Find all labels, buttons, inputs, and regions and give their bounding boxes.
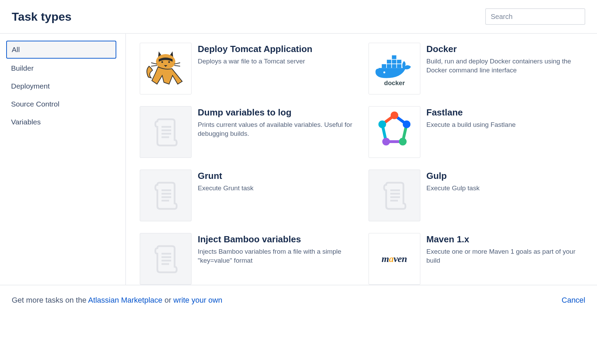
task-description: Build, run and deploy Docker containers … <box>427 57 584 75</box>
svg-rect-12 <box>392 60 396 63</box>
sidebar-item-builder[interactable]: Builder <box>6 60 116 77</box>
svg-line-6 <box>174 65 180 66</box>
task-description: Execute Grunt task <box>198 184 355 193</box>
task-title: Grunt <box>198 170 355 182</box>
maven-icon: maven <box>369 233 420 285</box>
task-card[interactable]: maven Maven 1.xExecute one or more Maven… <box>369 233 584 285</box>
task-card[interactable]: Dump variables to logPrints current valu… <box>140 106 355 158</box>
task-card[interactable]: Deploy Tomcat ApplicationDeploys a war f… <box>140 43 355 94</box>
task-card[interactable]: GulpExecute Gulp task <box>369 170 584 221</box>
task-title: Deploy Tomcat Application <box>198 43 355 55</box>
sidebar-item-label: All <box>12 46 20 53</box>
task-card[interactable]: FastlaneExecute a build using Fastlane <box>369 106 584 158</box>
write-your-own-link[interactable]: write your own <box>173 296 222 304</box>
task-card[interactable]: Inject Bamboo variablesInjects Bamboo va… <box>140 233 355 285</box>
header: Task types <box>0 0 597 33</box>
task-title: Dump variables to log <box>198 107 355 118</box>
task-description: Deploys a war file to a Tomcat server <box>198 57 355 66</box>
placeholder-icon <box>140 170 192 221</box>
sidebar: All Builder Deployment Source Control Va… <box>0 34 126 285</box>
task-title: Inject Bamboo variables <box>198 234 355 245</box>
task-card[interactable]: GruntExecute Grunt task <box>140 170 355 221</box>
sidebar-item-label: Variables <box>11 118 41 126</box>
task-list: Deploy Tomcat ApplicationDeploys a war f… <box>126 34 597 285</box>
svg-line-4 <box>151 65 157 66</box>
page-title: Task types <box>12 10 71 23</box>
svg-point-15 <box>383 71 385 73</box>
docker-icon: docker <box>369 43 420 94</box>
svg-point-23 <box>399 138 407 145</box>
task-description: Injects Bamboo variables from a file wit… <box>198 247 355 265</box>
sidebar-item-source-control[interactable]: Source Control <box>6 96 116 112</box>
svg-rect-10 <box>397 64 401 68</box>
svg-rect-7 <box>382 64 386 68</box>
svg-rect-14 <box>392 55 396 59</box>
task-description: Execute Gulp task <box>427 184 584 193</box>
task-description: Execute a build using Fastlane <box>427 120 584 130</box>
footer-text: Get more tasks on the Atlassian Marketpl… <box>12 296 222 305</box>
marketplace-link[interactable]: Atlassian Marketplace <box>88 296 162 304</box>
svg-rect-11 <box>387 60 391 63</box>
svg-rect-13 <box>397 60 401 63</box>
task-description: Prints current values of available varia… <box>198 120 355 139</box>
placeholder-icon <box>140 106 192 158</box>
svg-rect-8 <box>387 64 391 68</box>
sidebar-item-deployment[interactable]: Deployment <box>6 78 116 94</box>
svg-point-25 <box>378 121 386 128</box>
svg-point-1 <box>162 61 163 63</box>
placeholder-icon <box>369 170 420 221</box>
svg-point-2 <box>168 61 170 63</box>
task-title: Maven 1.x <box>427 234 584 245</box>
svg-point-24 <box>382 138 390 145</box>
svg-point-21 <box>390 112 398 119</box>
fastlane-icon <box>369 106 420 158</box>
svg-text:docker: docker <box>384 79 404 87</box>
search-input[interactable] <box>485 8 585 25</box>
sidebar-item-variables[interactable]: Variables <box>6 114 116 130</box>
svg-point-22 <box>403 121 410 128</box>
sidebar-item-all[interactable]: All <box>6 41 116 59</box>
task-card[interactable]: docker DockerBuild, run and deploy Docke… <box>369 43 584 94</box>
task-description: Execute one or more Maven 1 goals as par… <box>427 247 584 265</box>
tomcat-icon <box>140 43 192 94</box>
task-title: Gulp <box>427 170 584 182</box>
placeholder-icon <box>140 233 192 285</box>
svg-rect-9 <box>392 64 396 68</box>
sidebar-item-label: Deployment <box>11 82 50 90</box>
sidebar-item-label: Builder <box>11 64 33 72</box>
sidebar-item-label: Source Control <box>11 100 59 108</box>
cancel-button[interactable]: Cancel <box>562 296 585 305</box>
task-title: Fastlane <box>427 107 584 118</box>
task-title: Docker <box>427 43 584 55</box>
footer: Get more tasks on the Atlassian Marketpl… <box>0 285 597 315</box>
